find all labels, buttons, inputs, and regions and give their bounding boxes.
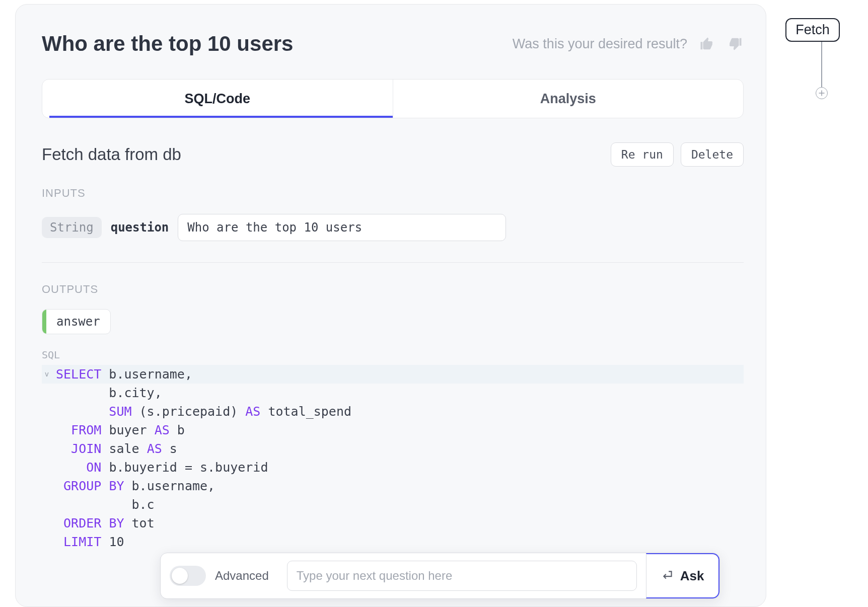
flow-node-fetch[interactable]: Fetch [785, 18, 840, 42]
main-panel: Who are the top 10 users Was this your d… [15, 4, 766, 607]
thumbs-down-button[interactable] [727, 35, 744, 52]
flow-rail: Fetch [772, 18, 853, 99]
output-chip-label: answer [46, 310, 110, 334]
advanced-toggle-label: Advanced [215, 569, 269, 583]
enter-icon [661, 569, 674, 582]
tab-sql-code[interactable]: SQL/Code [42, 80, 393, 118]
ask-button[interactable]: Ask [646, 553, 719, 598]
input-type-pill: String [42, 217, 102, 238]
ask-input[interactable] [287, 561, 637, 591]
output-chip[interactable]: answer [42, 309, 111, 334]
advanced-toggle[interactable] [170, 566, 206, 586]
inputs-label: INPUTS [42, 187, 744, 200]
section-title: Fetch data from db [42, 145, 181, 164]
rerun-button[interactable]: Re run [611, 142, 674, 167]
flow-connector [821, 42, 822, 87]
divider [42, 262, 744, 263]
question-input[interactable] [178, 214, 506, 241]
ask-button-label: Ask [680, 568, 704, 584]
outputs-label: OUTPUTS [42, 283, 744, 296]
thumbs-up-button[interactable] [698, 35, 715, 52]
tab-analysis[interactable]: Analysis [393, 80, 744, 118]
sql-code-block[interactable]: vSELECT b.username, b.city, SUM (s.price… [42, 365, 744, 551]
tabs: SQL/Code Analysis [42, 79, 744, 118]
ask-bar: Advanced Ask [160, 553, 720, 599]
thumbs-down-icon [728, 36, 743, 51]
fold-chevron-icon[interactable]: v [42, 365, 52, 384]
sql-label: SQL [42, 349, 744, 361]
add-node-button[interactable] [816, 87, 828, 99]
input-param-name: question [111, 220, 169, 235]
delete-button[interactable]: Delete [681, 142, 744, 167]
plus-icon [819, 90, 825, 96]
feedback-prompt: Was this your desired result? [513, 36, 687, 52]
page-title: Who are the top 10 users [42, 32, 293, 56]
thumbs-up-icon [699, 36, 714, 51]
